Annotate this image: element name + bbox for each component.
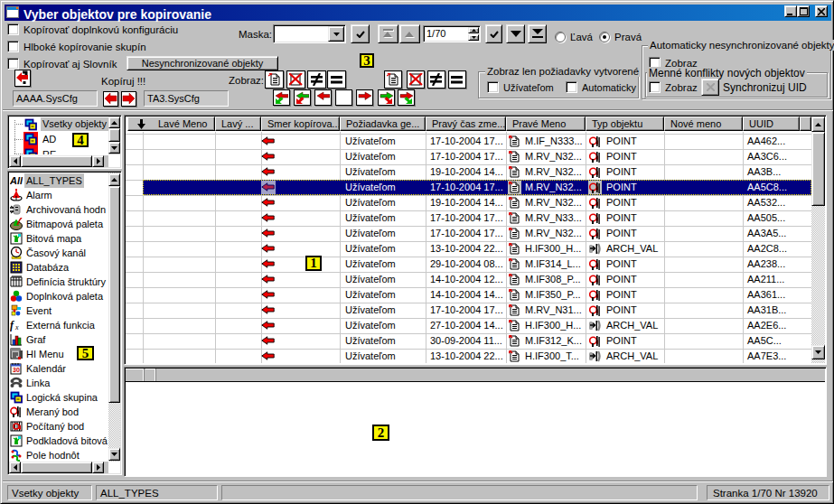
svg-text:All: All: [10, 175, 23, 186]
svg-text:f: f: [10, 319, 14, 331]
svg-text:x: x: [14, 323, 19, 331]
svg-text:30: 30: [13, 367, 20, 373]
